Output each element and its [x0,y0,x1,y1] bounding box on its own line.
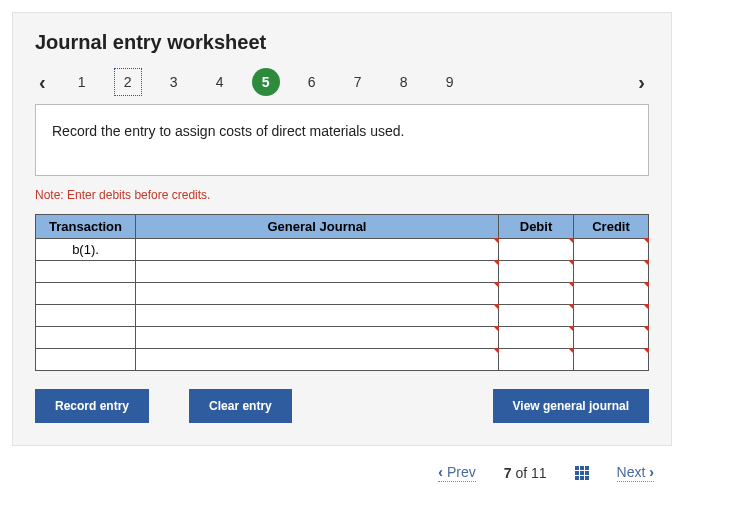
cell-credit[interactable] [574,239,649,261]
table-row [36,327,649,349]
cell-debit[interactable] [499,261,574,283]
next-link[interactable]: Next › [617,464,654,482]
cell-general-journal[interactable] [136,305,499,327]
page-indicator: 7 of 11 [504,465,547,481]
chevron-left-icon: ‹ [438,464,443,480]
chevron-right-icon: › [649,464,654,480]
cell-debit[interactable] [499,283,574,305]
step-9[interactable]: 9 [436,68,464,96]
cell-credit[interactable] [574,327,649,349]
cell-credit[interactable] [574,305,649,327]
step-3[interactable]: 3 [160,68,188,96]
cell-general-journal[interactable] [136,349,499,371]
cell-transaction[interactable] [36,261,136,283]
cell-transaction[interactable] [36,349,136,371]
view-general-journal-button[interactable]: View general journal [493,389,649,423]
cell-debit[interactable] [499,305,574,327]
cell-transaction[interactable] [36,283,136,305]
step-nav: ‹ 123456789 › [35,68,649,96]
table-row [36,283,649,305]
chevron-right-icon[interactable]: › [634,71,649,94]
cell-general-journal[interactable] [136,261,499,283]
cell-credit[interactable] [574,261,649,283]
page-of-word: of [515,465,527,481]
cell-general-journal[interactable] [136,239,499,261]
cell-transaction[interactable] [36,305,136,327]
col-header-credit: Credit [574,215,649,239]
table-row [36,261,649,283]
step-6[interactable]: 6 [298,68,326,96]
page-current: 7 [504,465,512,481]
table-row [36,305,649,327]
grid-icon[interactable] [575,466,589,480]
cell-general-journal[interactable] [136,327,499,349]
cell-credit[interactable] [574,283,649,305]
next-label: Next [617,464,646,480]
table-row [36,349,649,371]
cell-transaction[interactable]: b(1). [36,239,136,261]
cell-general-journal[interactable] [136,283,499,305]
step-5[interactable]: 5 [252,68,280,96]
chevron-left-icon[interactable]: ‹ [35,71,50,94]
page-total: 11 [531,465,547,481]
journal-table: Transaction General Journal Debit Credit… [35,214,649,371]
col-header-transaction: Transaction [36,215,136,239]
table-row: b(1). [36,239,649,261]
worksheet-panel: Journal entry worksheet ‹ 123456789 › Re… [12,12,672,446]
col-header-general-journal: General Journal [136,215,499,239]
pager-footer: ‹ Prev 7 of 11 Next › [12,446,672,482]
col-header-debit: Debit [499,215,574,239]
cell-debit[interactable] [499,349,574,371]
record-entry-button[interactable]: Record entry [35,389,149,423]
clear-entry-button[interactable]: Clear entry [189,389,292,423]
step-7[interactable]: 7 [344,68,372,96]
note-text: Note: Enter debits before credits. [35,188,649,202]
prev-label: Prev [447,464,476,480]
cell-debit[interactable] [499,239,574,261]
cell-debit[interactable] [499,327,574,349]
button-row: Record entry Clear entry View general jo… [35,389,649,423]
step-1[interactable]: 1 [68,68,96,96]
step-8[interactable]: 8 [390,68,418,96]
step-4[interactable]: 4 [206,68,234,96]
cell-credit[interactable] [574,349,649,371]
page-title: Journal entry worksheet [35,31,649,54]
prev-link[interactable]: ‹ Prev [438,464,475,482]
instruction-box: Record the entry to assign costs of dire… [35,104,649,176]
cell-transaction[interactable] [36,327,136,349]
step-2[interactable]: 2 [114,68,142,96]
